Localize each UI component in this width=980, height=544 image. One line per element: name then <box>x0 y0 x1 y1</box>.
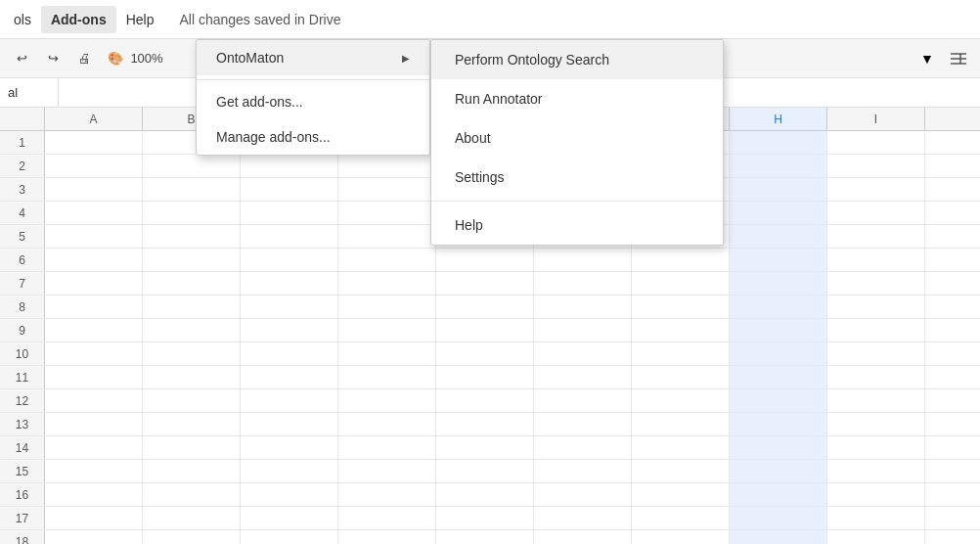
cell[interactable] <box>241 483 338 506</box>
cell[interactable] <box>827 319 925 341</box>
cell[interactable] <box>143 178 241 201</box>
cell[interactable] <box>45 507 143 529</box>
cell[interactable] <box>730 319 827 341</box>
cell[interactable] <box>534 389 632 412</box>
cell[interactable] <box>338 530 436 544</box>
cell[interactable] <box>241 436 338 459</box>
cell[interactable] <box>45 155 143 177</box>
submenu-about[interactable]: About <box>431 118 723 158</box>
cell[interactable] <box>338 342 436 365</box>
cell[interactable] <box>143 483 241 506</box>
cell[interactable] <box>730 295 827 318</box>
cell[interactable] <box>827 342 925 365</box>
cell[interactable] <box>241 507 338 529</box>
cell[interactable] <box>632 249 730 271</box>
cell[interactable] <box>338 202 436 224</box>
cell[interactable] <box>241 202 338 224</box>
cell[interactable] <box>632 366 730 388</box>
cell[interactable] <box>827 272 925 295</box>
toolbar-zoom[interactable]: 100% <box>133 45 160 72</box>
cell[interactable] <box>241 178 338 201</box>
cell[interactable] <box>436 295 534 318</box>
cell[interactable] <box>338 295 436 318</box>
cell[interactable] <box>45 249 143 271</box>
cell[interactable] <box>436 366 534 388</box>
cell[interactable] <box>730 249 827 271</box>
cell[interactable] <box>338 225 436 248</box>
menu-item-ols[interactable]: ols <box>4 6 41 33</box>
cell[interactable] <box>143 225 241 248</box>
cell[interactable] <box>632 413 730 435</box>
toolbar-paintformat[interactable]: 🎨 <box>102 45 129 72</box>
cell[interactable] <box>436 436 534 459</box>
cell[interactable] <box>45 295 143 318</box>
addons-item-get[interactable]: Get add-ons... <box>197 84 429 119</box>
cell[interactable] <box>730 342 827 365</box>
cell[interactable] <box>241 389 338 412</box>
cell[interactable] <box>827 530 925 544</box>
cell[interactable] <box>241 155 338 177</box>
cell[interactable] <box>827 507 925 529</box>
cell[interactable] <box>241 460 338 482</box>
cell[interactable] <box>534 366 632 388</box>
cell[interactable] <box>338 155 436 177</box>
cell[interactable] <box>534 530 632 544</box>
cell[interactable] <box>143 436 241 459</box>
cell[interactable] <box>632 295 730 318</box>
cell[interactable] <box>827 178 925 201</box>
cell[interactable] <box>730 178 827 201</box>
cell[interactable] <box>632 389 730 412</box>
cell[interactable] <box>241 272 338 295</box>
cell[interactable] <box>143 155 241 177</box>
cell[interactable] <box>632 530 730 544</box>
cell[interactable] <box>45 413 143 435</box>
cell[interactable] <box>632 342 730 365</box>
cell[interactable] <box>45 460 143 482</box>
cell[interactable] <box>534 413 632 435</box>
cell[interactable] <box>730 436 827 459</box>
cell[interactable] <box>827 295 925 318</box>
cell[interactable] <box>534 483 632 506</box>
cell[interactable] <box>241 225 338 248</box>
cell[interactable] <box>730 530 827 544</box>
cell[interactable] <box>534 436 632 459</box>
cell[interactable] <box>632 272 730 295</box>
cell[interactable] <box>143 272 241 295</box>
cell[interactable] <box>241 366 338 388</box>
cell[interactable] <box>827 460 925 482</box>
cell[interactable] <box>534 460 632 482</box>
cell[interactable] <box>338 178 436 201</box>
cell[interactable] <box>436 272 534 295</box>
cell[interactable] <box>338 460 436 482</box>
cell[interactable] <box>143 530 241 544</box>
cell[interactable] <box>534 295 632 318</box>
submenu-perform-ontology-search[interactable]: Perform Ontology Search <box>431 40 723 79</box>
addons-item-manage[interactable]: Manage add-ons... <box>197 119 429 155</box>
cell[interactable] <box>730 483 827 506</box>
addons-item-ontomaton[interactable]: OntoMaton ▶ <box>197 40 429 75</box>
cell[interactable] <box>827 202 925 224</box>
cell[interactable] <box>730 225 827 248</box>
cell[interactable] <box>436 413 534 435</box>
cell[interactable] <box>827 483 925 506</box>
cell[interactable] <box>730 131 827 154</box>
cell[interactable] <box>632 507 730 529</box>
cell[interactable] <box>632 483 730 506</box>
submenu-settings[interactable]: Settings <box>431 158 723 197</box>
cell[interactable] <box>338 249 436 271</box>
cell[interactable] <box>632 460 730 482</box>
cell[interactable] <box>436 460 534 482</box>
cell[interactable] <box>45 319 143 341</box>
cell[interactable] <box>45 225 143 248</box>
cell[interactable] <box>338 319 436 341</box>
cell[interactable] <box>338 413 436 435</box>
menu-item-help[interactable]: Help <box>116 6 164 33</box>
cell[interactable] <box>436 483 534 506</box>
cell[interactable] <box>730 366 827 388</box>
cell[interactable] <box>143 366 241 388</box>
cell[interactable] <box>436 389 534 412</box>
cell[interactable] <box>143 295 241 318</box>
cell[interactable] <box>45 202 143 224</box>
cell[interactable] <box>436 530 534 544</box>
cell[interactable] <box>45 366 143 388</box>
